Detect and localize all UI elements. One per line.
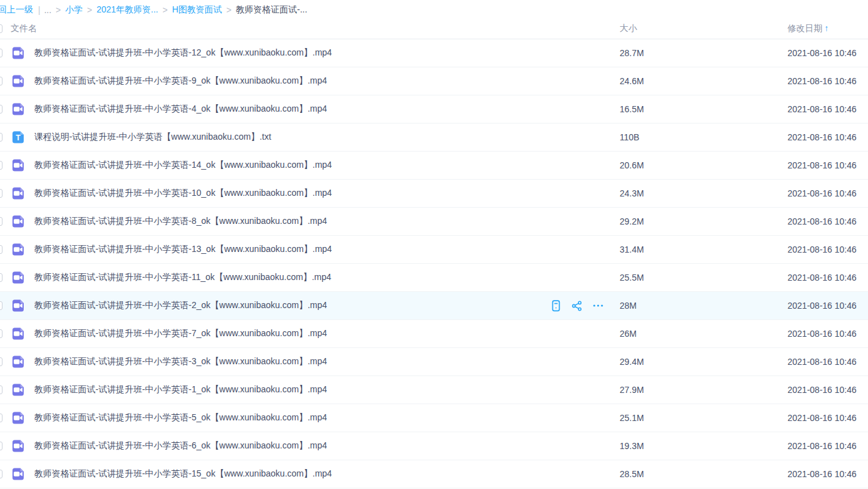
file-date: 2021-08-16 10:46 [788, 48, 868, 58]
video-file-icon [11, 382, 26, 397]
table-row[interactable]: T 教师资格证面试-试讲提升班-中小学英语-6_ok【www.xunibaoku… [0, 432, 868, 460]
video-file-icon [11, 74, 26, 89]
file-name-link[interactable]: 教师资格证面试-试讲提升班-中小学英语-7_ok【www.xunibaoku.c… [34, 328, 327, 339]
table-row[interactable]: T 课程说明-试讲提升班-中小学英语【www.xunibaoku.com】.tx… [0, 123, 868, 152]
file-name-cell: T 教师资格证面试-试讲提升班-中小学英语-1_ok【www.xunibaoku… [0, 382, 620, 397]
row-checkbox[interactable] [0, 245, 2, 254]
file-date: 2021-08-16 10:46 [788, 413, 868, 423]
share-icon[interactable] [572, 300, 582, 312]
sort-ascending-icon[interactable]: ↑ [824, 23, 829, 33]
breadcrumb-ellipsis[interactable]: ... [44, 5, 52, 15]
file-name-link[interactable]: 教师资格证面试-试讲提升班-中小学英语-14_ok【www.xunibaoku.… [34, 160, 332, 171]
table-header: 文件名 大小 修改日期↑ [0, 19, 868, 39]
column-header-modified[interactable]: 修改日期↑ [788, 23, 868, 34]
file-size: 20.6M [620, 160, 788, 170]
table-row[interactable]: T 教师资格证面试-试讲提升班-中小学英语-12_ok【www.xunibaok… [0, 39, 868, 67]
device-icon[interactable] [550, 300, 561, 312]
file-date: 2021-08-16 10:46 [788, 273, 868, 283]
table-row[interactable]: T 教师资格证面试-试讲提升班-中小学英语-13_ok【www.xunibaok… [0, 236, 868, 264]
file-size: 19.3M [620, 441, 788, 451]
video-file-icon [11, 102, 26, 117]
file-name-link[interactable]: 教师资格证面试-试讲提升班-中小学英语-3_ok【www.xunibaoku.c… [34, 356, 327, 367]
row-checkbox[interactable] [0, 414, 2, 422]
row-checkbox[interactable] [0, 161, 2, 170]
breadcrumb-link-2021[interactable]: 2021年教师资... [97, 4, 158, 16]
table-row[interactable]: T 教师资格证面试-试讲提升班-中小学英语-3_ok【www.xunibaoku… [0, 348, 868, 376]
file-name-link[interactable]: 课程说明-试讲提升班-中小学英语【www.xunibaoku.com】.txt [34, 132, 271, 143]
table-row[interactable]: T 教师资格证面试-试讲提升班-中小学英语-7_ok【www.xunibaoku… [0, 320, 868, 348]
file-name-link[interactable]: 教师资格证面试-试讲提升班-中小学英语-13_ok【www.xunibaoku.… [34, 244, 332, 255]
breadcrumb: 回上一级 | ... > 小学 > 2021年教师资... > H图教资面试 >… [0, 0, 868, 19]
breadcrumb-link-htu[interactable]: H图教资面试 [172, 4, 222, 16]
video-file-icon [11, 214, 26, 229]
file-name-link[interactable]: 教师资格证面试-试讲提升班-中小学英语-4_ok【www.xunibaoku.c… [34, 104, 327, 115]
breadcrumb-link-xiaoxue[interactable]: 小学 [66, 4, 83, 16]
row-checkbox[interactable] [0, 189, 2, 198]
file-date: 2021-08-16 10:46 [788, 301, 868, 311]
breadcrumb-pipe: | [38, 5, 41, 15]
row-checkbox[interactable] [0, 329, 2, 338]
row-checkbox[interactable] [0, 77, 2, 85]
file-name-link[interactable]: 教师资格证面试-试讲提升班-中小学英语-5_ok【www.xunibaoku.c… [34, 412, 327, 424]
select-all-checkbox[interactable] [0, 24, 2, 33]
table-row[interactable]: T 教师资格证面试-试讲提升班-中小学英语-10_ok【www.xunibaok… [0, 180, 868, 208]
row-checkbox[interactable] [0, 105, 2, 114]
file-size: 28.7M [620, 48, 788, 58]
file-date: 2021-08-16 10:46 [788, 244, 868, 254]
file-name-link[interactable]: 教师资格证面试-试讲提升班-中小学英语-10_ok【www.xunibaoku.… [34, 188, 332, 199]
video-file-icon [11, 242, 26, 257]
column-header-filename[interactable]: 文件名 [11, 23, 620, 34]
breadcrumb-separator: > [163, 5, 168, 15]
file-name-link[interactable]: 教师资格证面试-试讲提升班-中小学英语-9_ok【www.xunibaoku.c… [34, 75, 327, 87]
file-name-link[interactable]: 教师资格证面试-试讲提升班-中小学英语-11_ok【www.xunibaoku.… [34, 272, 331, 283]
video-file-icon [11, 46, 26, 61]
file-size: 29.4M [620, 357, 788, 367]
row-checkbox[interactable] [0, 133, 2, 142]
file-date: 2021-08-16 10:46 [788, 441, 868, 451]
file-name-link[interactable]: 教师资格证面试-试讲提升班-中小学英语-15_ok【www.xunibaoku.… [34, 468, 332, 480]
column-header-size[interactable]: 大小 [620, 23, 788, 34]
row-checkbox[interactable] [0, 49, 2, 57]
svg-text:T: T [16, 133, 21, 142]
table-row[interactable]: T 教师资格证面试-试讲提升班-中小学英语-8_ok【www.xunibaoku… [0, 208, 868, 236]
row-checkbox[interactable] [0, 301, 2, 310]
file-date: 2021-08-16 10:46 [788, 385, 868, 395]
table-row[interactable]: T 教师资格证面试-试讲提升班-中小学英语-4_ok【www.xunibaoku… [0, 95, 868, 123]
row-checkbox[interactable] [0, 357, 2, 366]
breadcrumb-back-link[interactable]: 回上一级 [0, 4, 33, 16]
file-name-link[interactable]: 教师资格证面试-试讲提升班-中小学英语-8_ok【www.xunibaoku.c… [34, 216, 327, 227]
video-file-icon [11, 410, 26, 425]
table-row[interactable]: T 教师资格证面试-试讲提升班-中小学英语-2_ok【www.xunibaoku… [0, 292, 868, 320]
table-row[interactable]: T 教师资格证面试-试讲提升班-中小学英语-11_ok【www.xunibaok… [0, 264, 868, 292]
table-row[interactable]: T 教师资格证面试-试讲提升班-中小学英语-14_ok【www.xunibaok… [0, 152, 868, 180]
file-name-link[interactable]: 教师资格证面试-试讲提升班-中小学英语-12_ok【www.xunibaoku.… [34, 47, 332, 59]
table-row[interactable]: T 教师资格证面试-试讲提升班-中小学英语-15_ok【www.xunibaok… [0, 460, 868, 488]
more-icon[interactable] [593, 300, 603, 312]
row-checkbox[interactable] [0, 217, 2, 226]
file-name-cell: T 教师资格证面试-试讲提升班-中小学英语-9_ok【www.xunibaoku… [0, 74, 620, 89]
file-size: 25.5M [620, 273, 788, 283]
table-row[interactable]: T 教师资格证面试-试讲提升班-中小学英语-1_ok【www.xunibaoku… [0, 376, 868, 404]
row-checkbox[interactable] [0, 385, 2, 394]
row-checkbox[interactable] [0, 442, 2, 450]
row-checkbox[interactable] [0, 273, 2, 282]
file-name-cell: T 教师资格证面试-试讲提升班-中小学英语-6_ok【www.xunibaoku… [0, 438, 620, 453]
file-size: 28.5M [620, 469, 788, 479]
row-checkbox[interactable] [0, 470, 2, 478]
file-name-link[interactable]: 教师资格证面试-试讲提升班-中小学英语-6_ok【www.xunibaoku.c… [34, 440, 327, 452]
table-row[interactable]: T 教师资格证面试-试讲提升班-中小学英语-5_ok【www.xunibaoku… [0, 404, 868, 432]
breadcrumb-separator: > [56, 5, 61, 15]
file-date: 2021-08-16 10:46 [788, 104, 868, 114]
table-row[interactable]: T 教师资格证面试-试讲提升班-中小学英语-9_ok【www.xunibaoku… [0, 67, 868, 95]
file-name-link[interactable]: 教师资格证面试-试讲提升班-中小学英语-2_ok【www.xunibaoku.c… [34, 300, 327, 311]
video-file-icon [11, 158, 26, 173]
file-size: 24.6M [620, 76, 788, 86]
column-header-modified-label: 修改日期 [788, 23, 822, 33]
file-size: 29.2M [620, 216, 788, 226]
breadcrumb-separator: > [87, 5, 92, 15]
file-name-cell: T 教师资格证面试-试讲提升班-中小学英语-2_ok【www.xunibaoku… [0, 298, 620, 313]
file-name-cell: T 教师资格证面试-试讲提升班-中小学英语-10_ok【www.xunibaok… [0, 186, 620, 201]
file-name-cell: T 教师资格证面试-试讲提升班-中小学英语-11_ok【www.xunibaok… [0, 270, 620, 285]
file-name-link[interactable]: 教师资格证面试-试讲提升班-中小学英语-1_ok【www.xunibaoku.c… [34, 384, 327, 395]
file-size: 27.9M [620, 385, 788, 395]
